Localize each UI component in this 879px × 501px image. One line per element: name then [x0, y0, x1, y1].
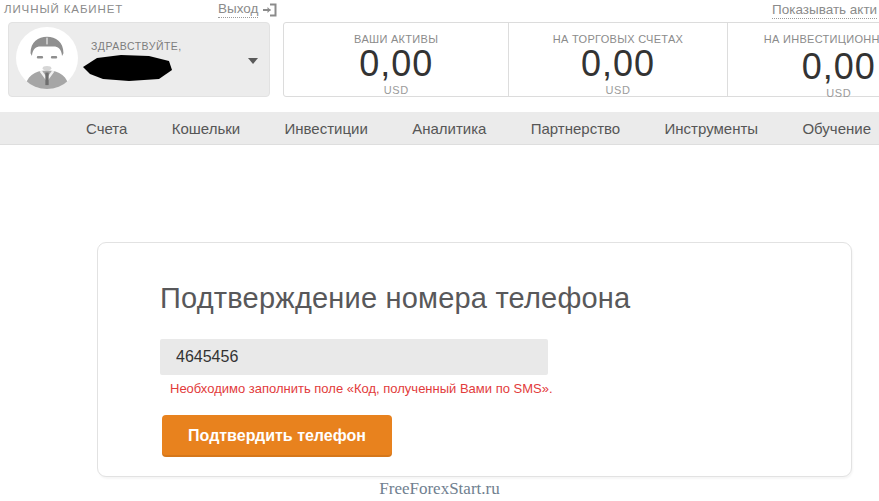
- main-nav: Счета Кошельки Инвестиции Аналитика Парт…: [0, 112, 879, 145]
- logout-icon: [262, 3, 277, 17]
- stat-label: НА ИНВЕСТИЦИОННЫХ: [764, 33, 879, 45]
- nav-item-accounts[interactable]: Счета: [86, 120, 127, 137]
- cabinet-label: ЛИЧНЫЙ КАБИНЕТ: [4, 3, 123, 15]
- nav-item-wallets[interactable]: Кошельки: [172, 120, 240, 137]
- user-menu[interactable]: ЗДРАВСТВУЙТЕ,: [8, 22, 270, 97]
- stat-currency: USD: [509, 84, 726, 96]
- show-assets-link[interactable]: Показывать акти: [772, 2, 877, 19]
- logout-label: Выход: [218, 1, 258, 18]
- stat-currency: USD: [728, 87, 879, 99]
- nav-item-partnership[interactable]: Партнерство: [531, 120, 621, 137]
- stat-value: 0,00: [728, 49, 879, 85]
- validation-error: Необходимо заполнить поле «Код, полученн…: [170, 381, 553, 396]
- nav-item-tools[interactable]: Инструменты: [665, 120, 759, 137]
- watermark: FreeForexStart.ru: [0, 479, 879, 499]
- stat-currency: USD: [284, 84, 508, 96]
- stat-block-investment-accounts: НА ИНВЕСТИЦИОННЫХ 0,00 USD: [727, 23, 879, 96]
- assets-summary-panel: ВАШИ АКТИВЫ 0,00 USD НА ТОРГОВЫХ СЧЕТАХ …: [283, 22, 879, 97]
- stat-block-trading-accounts: НА ТОРГОВЫХ СЧЕТАХ 0,00 USD: [508, 23, 726, 96]
- sms-code-input[interactable]: [160, 339, 548, 375]
- user-avatar-icon: [16, 27, 78, 89]
- stat-block-your-assets: ВАШИ АКТИВЫ 0,00 USD: [284, 23, 508, 96]
- logout-link[interactable]: Выход: [218, 1, 277, 18]
- phone-confirmation-card: Подтверждение номера телефона Необходимо…: [97, 242, 852, 477]
- confirm-phone-button[interactable]: Подтвердить телефон: [162, 415, 392, 457]
- stat-value: 0,00: [509, 46, 726, 82]
- censored-user-name: [77, 54, 175, 82]
- nav-item-education[interactable]: Обучение: [802, 120, 871, 137]
- page-title: Подтверждение номера телефона: [160, 282, 630, 315]
- chevron-down-icon: [248, 58, 258, 64]
- nav-item-investments[interactable]: Инвестиции: [285, 120, 368, 137]
- stat-value: 0,00: [284, 46, 508, 82]
- user-greeting: ЗДРАВСТВУЙТЕ,: [91, 40, 182, 52]
- nav-item-analytics[interactable]: Аналитика: [412, 120, 486, 137]
